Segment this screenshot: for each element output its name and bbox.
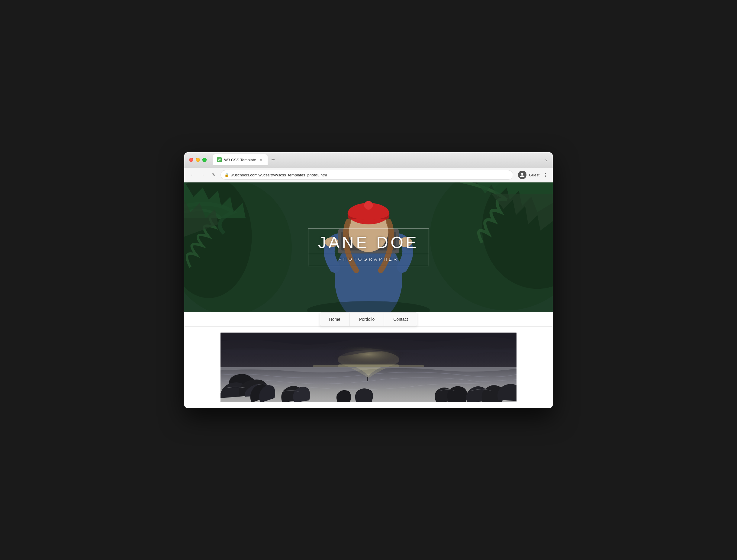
mac-window: W W3.CSS Template × + ∨ ← → ↻ 🔒 w3school… (184, 152, 553, 408)
traffic-lights (189, 158, 207, 162)
tab-chevron-icon[interactable]: ∨ (545, 157, 548, 162)
svg-rect-29 (367, 377, 368, 381)
new-tab-button[interactable]: + (269, 156, 277, 164)
lock-icon: 🔒 (224, 173, 229, 177)
url-bar[interactable]: 🔒 w3schools.com/w3css/tryw3css_templates… (220, 170, 513, 180)
browser-menu-button[interactable]: ⋮ (542, 171, 549, 179)
tab-close-button[interactable]: × (259, 157, 263, 162)
forward-button[interactable]: → (199, 171, 207, 179)
nav-item-contact[interactable]: Contact (384, 312, 417, 326)
hero-subtitle: PHOTOGRAPHER (308, 254, 429, 266)
profile-label: Guest (529, 173, 539, 177)
hero-section: JANE DOE PHOTOGRAPHER (184, 182, 553, 312)
minimize-traffic-light[interactable] (196, 158, 200, 162)
profile-icon[interactable] (518, 171, 526, 179)
hero-background: JANE DOE PHOTOGRAPHER (184, 182, 553, 312)
svg-point-30 (367, 376, 368, 378)
nav-item-home[interactable]: Home (320, 312, 350, 326)
seascape-svg (220, 333, 517, 402)
nav-item-portfolio[interactable]: Portfolio (350, 312, 384, 326)
nav-items-container: Home Portfolio Contact (320, 312, 417, 326)
svg-point-20 (364, 201, 373, 209)
title-bar: W W3.CSS Template × + ∨ (184, 152, 553, 168)
website-nav: Home Portfolio Contact (184, 312, 553, 327)
tab-bar: W W3.CSS Template × + ∨ (213, 154, 548, 165)
address-bar: ← → ↻ 🔒 w3schools.com/w3css/tryw3css_tem… (184, 168, 553, 182)
maximize-traffic-light[interactable] (202, 158, 207, 162)
portfolio-section (184, 327, 553, 408)
hero-text-overlay: JANE DOE PHOTOGRAPHER (308, 228, 429, 266)
tab-title: W3.CSS Template (224, 158, 256, 162)
active-tab[interactable]: W W3.CSS Template × (213, 154, 268, 165)
profile-area: Guest ⋮ (518, 171, 549, 179)
portfolio-image (220, 333, 517, 402)
website-content: JANE DOE PHOTOGRAPHER Home Portfolio Con… (184, 182, 553, 408)
hero-name: JANE DOE (308, 228, 429, 254)
tab-favicon: W (217, 157, 222, 162)
close-traffic-light[interactable] (189, 158, 193, 162)
url-text: w3schools.com/w3css/tryw3css_templates_p… (231, 173, 327, 177)
back-button[interactable]: ← (188, 171, 196, 179)
reload-button[interactable]: ↻ (210, 171, 218, 179)
